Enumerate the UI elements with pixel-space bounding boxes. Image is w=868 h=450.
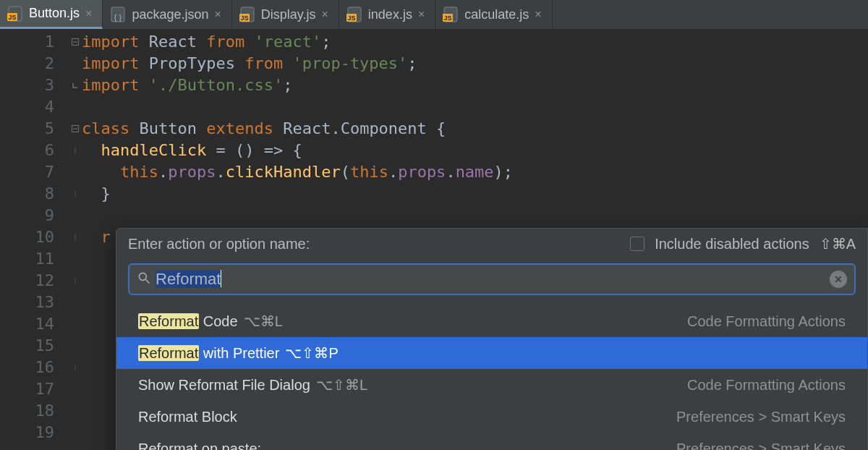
action-shortcut: ⌥⇧⌘P [285,344,338,362]
line-number: 8 [0,183,54,205]
action-category: Code Formatting Actions [687,313,846,330]
action-result[interactable]: Reformat on paste:Preferences > Smart Ke… [116,433,867,450]
search-selected-text: Reformat [156,270,221,289]
close-tab-icon[interactable]: × [214,9,221,20]
close-tab-icon[interactable]: × [322,9,328,20]
line-number: 7 [0,161,54,183]
fold-toggle[interactable] [69,31,82,53]
code-editor: 12345678910111213141516171819 import Rea… [0,29,868,450]
line-number: 12 [0,270,54,292]
line-number: 4 [0,96,54,118]
svg-point-23 [139,273,146,280]
code-line: import React from 'react'; [82,31,868,53]
action-results: Reformat Code ⌥⌘LCode Formatting Actions… [116,305,867,450]
line-number: 18 [0,400,54,422]
tab-calculate-js[interactable]: JScalculate.js× [435,0,552,29]
action-label: Reformat Code [138,313,238,330]
clear-search-button[interactable] [830,271,847,288]
json-file-icon: { } [110,7,126,22]
svg-line-24 [146,279,150,283]
search-icon [137,271,151,289]
fold-toggle[interactable] [69,270,82,292]
line-number: 16 [0,357,54,378]
js-file-icon: JS [346,7,362,22]
search-row: Reformat [116,259,867,304]
code-line: this.props.clickHandler(this.props.name)… [82,161,868,183]
code-line: class Button extends React.Component { [82,118,868,140]
tab-package-json[interactable]: { }package.json× [103,0,231,29]
close-tab-icon[interactable]: × [418,9,425,20]
line-gutter: 12345678910111213141516171819 [0,29,69,450]
fold-toggle [69,335,82,357]
tab-label: Button.js [29,6,80,21]
action-result[interactable]: Reformat BlockPreferences > Smart Keys [116,401,867,433]
action-result[interactable]: Reformat Code ⌥⌘LCode Formatting Actions [116,305,867,337]
action-result[interactable]: Reformat with Prettier ⌥⇧⌘P [116,337,867,369]
line-number: 3 [0,75,54,96]
svg-text:JS: JS [347,14,355,22]
action-label: Reformat with Prettier [138,345,279,362]
fold-toggle[interactable] [69,140,82,161]
tab-label: Display.js [261,7,316,22]
line-number: 9 [0,205,54,226]
fold-toggle [69,378,82,400]
popup-header: Enter action or option name: Include dis… [116,229,867,259]
find-action-popup: Enter action or option name: Include dis… [116,228,868,450]
line-number: 13 [0,292,54,313]
fold-toggle [69,422,82,443]
line-number: 6 [0,140,54,161]
code-line: import './Button.css'; [82,75,868,96]
tab-label: calculate.js [464,7,529,22]
js-file-icon: JS [239,7,255,22]
action-shortcut: ⌥⇧⌘L [316,376,367,394]
fold-toggle [69,161,82,183]
fold-toggle [69,248,82,270]
line-number: 14 [0,313,54,335]
fold-toggle [69,313,82,335]
svg-text:JS: JS [240,14,248,22]
action-category: Preferences > Smart Keys [676,441,846,451]
fold-toggle [69,96,82,118]
close-tab-icon[interactable]: × [535,9,541,20]
action-shortcut: ⌥⌘L [244,313,283,330]
svg-text:JS: JS [8,14,16,21]
tab-display-js[interactable]: JSDisplay.js× [232,0,339,29]
code-line [82,205,868,226]
editor-tabs: JSButton.js×{ }package.json×JSDisplay.js… [0,0,868,29]
js-file-icon: JS [7,6,23,22]
code-line [82,96,868,118]
tab-label: index.js [368,7,412,22]
fold-toggle[interactable] [69,118,82,140]
include-disabled-checkbox[interactable] [630,237,644,251]
line-number: 19 [0,422,54,443]
code-line: import PropTypes from 'prop-types'; [82,53,868,75]
line-number: 15 [0,335,54,357]
fold-toggle [69,205,82,226]
action-label: Reformat on paste: [138,441,261,451]
close-tab-icon[interactable]: × [85,8,92,20]
svg-text:JS: JS [444,14,452,22]
fold-toggle[interactable] [69,357,82,378]
fold-toggle [69,292,82,313]
fold-toggle [69,53,82,75]
line-number: 5 [0,118,54,140]
code-line: handleClick = () => { [82,140,868,161]
tab-index-js[interactable]: JSindex.js× [339,0,435,29]
js-file-icon: JS [443,7,459,22]
popup-prompt: Enter action or option name: [128,236,310,252]
code-line: } [82,183,868,205]
line-number: 11 [0,248,54,270]
action-result[interactable]: Show Reformat File Dialog ⌥⇧⌘LCode Forma… [116,369,867,401]
line-number: 17 [0,378,54,400]
action-label: Reformat Block [138,409,237,425]
search-box: Reformat [128,263,856,295]
fold-toggle[interactable] [69,183,82,205]
fold-column [69,29,82,450]
action-category: Preferences > Smart Keys [676,409,846,425]
include-disabled-label: Include disabled actions [655,236,809,252]
tab-button-js[interactable]: JSButton.js× [0,0,103,29]
fold-toggle[interactable] [69,75,82,96]
fold-toggle[interactable] [69,226,82,248]
action-label: Show Reformat File Dialog [138,377,310,394]
tab-label: package.json [132,7,208,22]
